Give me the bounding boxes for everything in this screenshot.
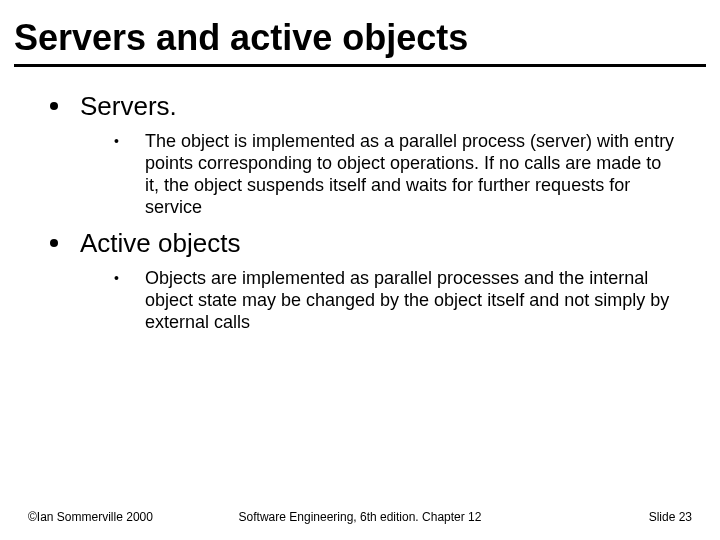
footer: ©Ian Sommerville 2000 Software Engineeri…	[0, 510, 720, 524]
bullet-dash-icon: •	[114, 130, 119, 152]
footer-chapter: Software Engineering, 6th edition. Chapt…	[239, 510, 482, 524]
bullet-dot-icon	[50, 102, 58, 110]
list-subitem-text: Objects are implemented as parallel proc…	[145, 267, 680, 333]
list-item: Active objects	[50, 228, 680, 259]
list-subitem-text: The object is implemented as a parallel …	[145, 130, 680, 218]
bullet-dot-icon	[50, 239, 58, 247]
list-item: Servers.	[50, 91, 680, 122]
list-item-heading: Servers.	[80, 91, 177, 122]
bullet-dash-icon: •	[114, 267, 119, 289]
content-area: Servers. • The object is implemented as …	[0, 67, 720, 333]
title-block: Servers and active objects	[0, 0, 720, 67]
list-subitem: • The object is implemented as a paralle…	[114, 130, 680, 218]
list-item-heading: Active objects	[80, 228, 240, 259]
slide: Servers and active objects Servers. • Th…	[0, 0, 720, 540]
list-subitem: • Objects are implemented as parallel pr…	[114, 267, 680, 333]
footer-slide-number: Slide 23	[649, 510, 692, 524]
slide-title: Servers and active objects	[14, 18, 706, 58]
footer-copyright: ©Ian Sommerville 2000	[28, 510, 153, 524]
